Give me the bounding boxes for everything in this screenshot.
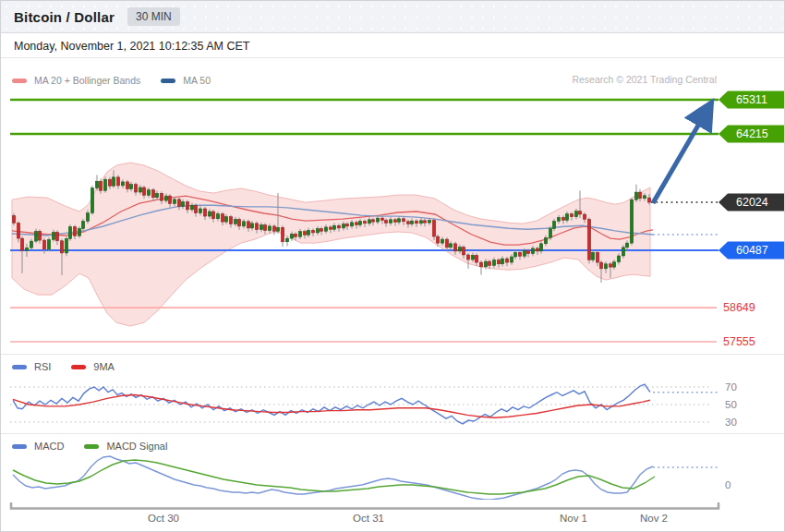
date-bar: Monday, November 1, 2021 10:12:35 AM CET bbox=[1, 34, 784, 58]
rsi-series-9ma bbox=[13, 395, 650, 418]
x-axis: Oct 30Oct 31Nov 1Nov 2 bbox=[1, 500, 784, 532]
x-axis-label-oct-30: Oct 30 bbox=[148, 513, 179, 524]
candlestick-chart: 653116421560487586495755562024 bbox=[1, 58, 785, 354]
price-tag-62024: 62024 bbox=[719, 194, 785, 212]
rsi-legend: RSI 9MA bbox=[12, 361, 115, 372]
macd-label: MACD bbox=[34, 441, 64, 452]
rsi-level-label-50: 50 bbox=[725, 399, 737, 410]
price-text-57555: 57555 bbox=[723, 335, 755, 348]
macd-swatch bbox=[12, 444, 27, 449]
x-axis-bracket bbox=[11, 502, 719, 509]
ma20-bollinger-label: MA 20 + Bollinger Bands bbox=[34, 75, 140, 86]
title-bar: Bitcoin / Dollar 30 MIN bbox=[1, 1, 784, 33]
price-tag-64215: 64215 bbox=[719, 126, 785, 143]
bollinger-band bbox=[12, 163, 650, 326]
main-legend: MA 20 + Bollinger Bands MA 50 bbox=[12, 75, 211, 86]
svg-text:65311: 65311 bbox=[736, 93, 767, 106]
legend-item-rsi: RSI bbox=[12, 361, 51, 372]
legend-item-ma50: MA 50 bbox=[161, 75, 211, 86]
page-title: Bitcoin / Dollar bbox=[14, 9, 115, 25]
attribution-text: Research © 2021 Trading Central bbox=[572, 74, 717, 85]
main-price-panel: MA 20 + Bollinger Bands MA 50 Research ©… bbox=[1, 58, 784, 354]
rsi-level-label-70: 70 bbox=[725, 381, 737, 393]
legend-item-macd: MACD bbox=[12, 441, 64, 452]
svg-text:64215: 64215 bbox=[736, 127, 768, 140]
ma20-bollinger-swatch bbox=[12, 79, 27, 83]
legend-item-9ma: 9MA bbox=[71, 361, 115, 372]
ma50-label: MA 50 bbox=[183, 75, 211, 86]
svg-text:60487: 60487 bbox=[736, 244, 768, 257]
rsi-swatch bbox=[12, 365, 27, 369]
macd-signal-swatch bbox=[84, 444, 99, 449]
price-text-58649: 58649 bbox=[723, 301, 755, 314]
rsi-9ma-label: 9MA bbox=[93, 361, 115, 372]
rsi-label: RSI bbox=[34, 361, 51, 372]
macd-zero-label: 0 bbox=[725, 479, 731, 490]
price-tag-65311: 65311 bbox=[719, 91, 785, 109]
legend-item-ma20-bollinger: MA 20 + Bollinger Bands bbox=[12, 75, 140, 86]
legend-item-macd-signal: MACD Signal bbox=[84, 441, 167, 452]
x-axis-label-oct-31: Oct 31 bbox=[353, 513, 384, 524]
rsi-level-label-30: 30 bbox=[725, 417, 737, 428]
datetime-label: Monday, November 1, 2021 10:12:35 AM CET bbox=[14, 40, 249, 53]
macd-signal-label: MACD Signal bbox=[106, 441, 167, 452]
macd-series-macd bbox=[13, 456, 653, 500]
trading-chart-card: Bitcoin / Dollar 30 MIN Monday, November… bbox=[0, 0, 785, 532]
rsi-chart: 705030 bbox=[1, 355, 785, 434]
ma50-swatch bbox=[161, 79, 175, 83]
timeframe-badge: 30 MIN bbox=[127, 7, 180, 26]
price-tag-60487: 60487 bbox=[719, 242, 785, 260]
svg-text:62024: 62024 bbox=[736, 196, 768, 209]
x-axis-svg: Oct 30Oct 31Nov 1Nov 2 bbox=[1, 500, 785, 532]
x-axis-label-nov-1: Nov 1 bbox=[560, 513, 587, 524]
rsi-9ma-swatch bbox=[71, 365, 86, 369]
macd-legend: MACD MACD Signal bbox=[12, 441, 167, 452]
forecast-arrow bbox=[653, 108, 708, 203]
rsi-panel: RSI 9MA 705030 bbox=[1, 354, 784, 433]
macd-panel: MACD MACD Signal 0 bbox=[1, 433, 784, 505]
x-axis-label-nov-2: Nov 2 bbox=[640, 513, 668, 524]
